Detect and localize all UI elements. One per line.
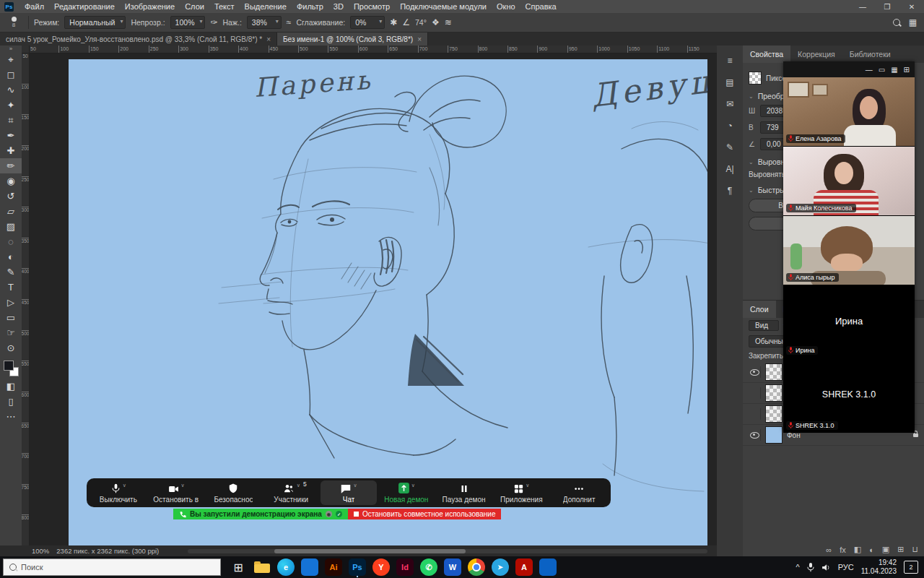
word-icon[interactable]: W: [444, 558, 461, 576]
symmetry-icon[interactable]: ≋: [445, 17, 452, 27]
smoothing-select[interactable]: 0%: [350, 16, 385, 29]
menu-item[interactable]: Изображение: [120, 2, 180, 11]
hand-tool[interactable]: ☞: [0, 325, 22, 340]
volume-icon[interactable]: [821, 564, 831, 571]
minimize-icon[interactable]: —: [866, 66, 873, 74]
yandex-icon[interactable]: Y: [372, 558, 390, 576]
collapse-toolbar-icon[interactable]: »: [9, 46, 12, 52]
security-button[interactable]: Безопаснос: [206, 480, 262, 505]
menu-item[interactable]: Файл: [19, 2, 49, 11]
screen-mode-icon[interactable]: ▯: [0, 394, 22, 409]
document-canvas[interactable]: Парень Девуш: [69, 59, 707, 545]
search-icon[interactable]: [893, 19, 900, 26]
pen-tool[interactable]: ✎: [0, 264, 22, 280]
whatsapp-icon[interactable]: ✆: [420, 558, 437, 576]
quick-mask-icon[interactable]: ◧: [0, 379, 22, 394]
taskbar-search-input[interactable]: Поиск: [3, 558, 221, 576]
chevron-icon[interactable]: ∨: [181, 483, 185, 488]
layer-thumbnail[interactable]: [765, 405, 783, 423]
chevron-icon[interactable]: ∨: [123, 483, 126, 488]
horizontal-scrollbar[interactable]: [188, 549, 707, 553]
layer-visibility-toggle[interactable]: [749, 408, 761, 420]
quick-select-tool[interactable]: ✦: [0, 98, 22, 113]
task-view-icon[interactable]: ⊞: [230, 558, 247, 576]
app-blue-icon[interactable]: [301, 558, 318, 576]
chevron-down-icon[interactable]: ⌄: [749, 159, 754, 165]
blend-mode-select[interactable]: Нормальный: [64, 16, 126, 29]
gallery-view-icon[interactable]: ▦: [891, 66, 897, 74]
hide-indicator-icon[interactable]: ◉: [326, 511, 332, 517]
layer-thumbnail[interactable]: [765, 384, 783, 402]
explorer-icon[interactable]: [253, 558, 271, 576]
layer-effects-icon[interactable]: fx: [840, 545, 846, 554]
color-swatches[interactable]: [0, 358, 22, 379]
apps-button[interactable]: ∨ Приложения: [493, 480, 549, 505]
minimize-window-icon[interactable]: —: [850, 3, 875, 11]
tray-expand-icon[interactable]: ^: [796, 563, 799, 571]
tab-close-icon[interactable]: ×: [266, 35, 271, 43]
participant-tile[interactable]: Майя Колесникова: [783, 147, 915, 216]
tray-mic-icon[interactable]: [807, 563, 814, 572]
layer-visibility-toggle[interactable]: [749, 387, 761, 399]
layer-mask-icon[interactable]: ◧: [854, 545, 861, 554]
stop-share-button[interactable]: Остановить совместное использование: [348, 509, 502, 519]
collapse-panels-icon[interactable]: ≡: [727, 56, 732, 66]
opacity-select[interactable]: 100%: [170, 16, 206, 29]
layer-visibility-toggle[interactable]: [749, 429, 761, 441]
chevron-icon[interactable]: ∨: [526, 483, 529, 488]
menu-item[interactable]: Подключаемые модули: [395, 2, 492, 11]
more-button[interactable]: Дополнит: [551, 480, 607, 505]
dodge-tool[interactable]: ◐: [0, 249, 22, 264]
link-layers-icon[interactable]: ∞: [826, 545, 832, 554]
speaker-view-icon[interactable]: ▭: [879, 66, 885, 74]
telegram-icon[interactable]: ➤: [492, 558, 509, 576]
foreground-color-swatch[interactable]: [4, 361, 14, 371]
layer-thumbnail[interactable]: [765, 363, 783, 381]
move-tool[interactable]: ⌖: [0, 52, 22, 67]
histogram-panel-icon[interactable]: ▤: [725, 77, 733, 87]
pause-share-button[interactable]: Пауза демон: [436, 480, 492, 505]
tab-close-icon[interactable]: ×: [417, 35, 422, 43]
brush-preset-picker[interactable]: 8: [4, 17, 23, 28]
panel-tab[interactable]: Коррекция: [790, 46, 842, 63]
chevron-icon[interactable]: ∨: [297, 483, 300, 488]
language-indicator[interactable]: РУС: [838, 563, 854, 571]
menu-item[interactable]: Текст: [209, 2, 240, 11]
new-layer-icon[interactable]: ⊞: [897, 545, 904, 554]
zoom-tool[interactable]: ⊙: [0, 340, 22, 355]
secure-share-icon[interactable]: ✓: [336, 511, 342, 517]
menu-item[interactable]: Фильтр: [292, 2, 328, 11]
brush-settings-panel-icon[interactable]: ✎: [726, 142, 733, 152]
zoom-level[interactable]: 100%: [32, 547, 49, 555]
panel-tab[interactable]: Библиотеки: [842, 46, 898, 63]
brush-tool[interactable]: ✏: [0, 158, 22, 173]
edge-icon[interactable]: e: [277, 558, 295, 576]
participant-tile[interactable]: Елена Азарова: [783, 77, 915, 147]
participant-tile[interactable]: SHREK 3.1.0 SHREK 3.1.0: [783, 358, 915, 433]
participant-tile[interactable]: Ирина Ирина: [783, 285, 915, 358]
type-tool[interactable]: T: [0, 280, 22, 295]
comment-panel-icon[interactable]: ✉: [726, 99, 733, 109]
tab-layers[interactable]: Слои: [743, 301, 776, 318]
workspace-icon[interactable]: ▦: [909, 17, 917, 27]
menu-item[interactable]: Справка: [520, 2, 562, 11]
layer-group-icon[interactable]: ▣: [882, 545, 889, 554]
menu-item[interactable]: Просмотр: [349, 2, 395, 11]
chrome-icon[interactable]: [468, 558, 485, 576]
participants-button[interactable]: 5∨ Участники: [263, 480, 319, 505]
edit-toolbar-icon[interactable]: ⋯: [0, 409, 22, 424]
history-panel-icon[interactable]: ◔: [727, 121, 732, 131]
layer-visibility-toggle[interactable]: [749, 366, 761, 378]
chat-button[interactable]: ∨ Чат: [321, 480, 377, 505]
layer-filter-select[interactable]: Вид: [749, 320, 779, 331]
stop-video-button[interactable]: ∨ Остановить в: [148, 480, 204, 505]
layer-thumbnail[interactable]: [765, 426, 783, 444]
eraser-tool[interactable]: ▱: [0, 204, 22, 219]
eyedropper-tool[interactable]: ✒: [0, 128, 22, 143]
document-tab[interactable]: Без имени-1 @ 100% (Слой 3, RGB/8*) ×: [277, 33, 428, 46]
participant-tile[interactable]: Алиса гырыр: [783, 216, 915, 285]
adjustment-layer-icon[interactable]: ◐: [869, 545, 874, 554]
menu-item[interactable]: 3D: [328, 2, 349, 11]
brush-angle-value[interactable]: 74°: [415, 18, 427, 27]
grid-view-icon[interactable]: ⊞: [904, 66, 910, 74]
